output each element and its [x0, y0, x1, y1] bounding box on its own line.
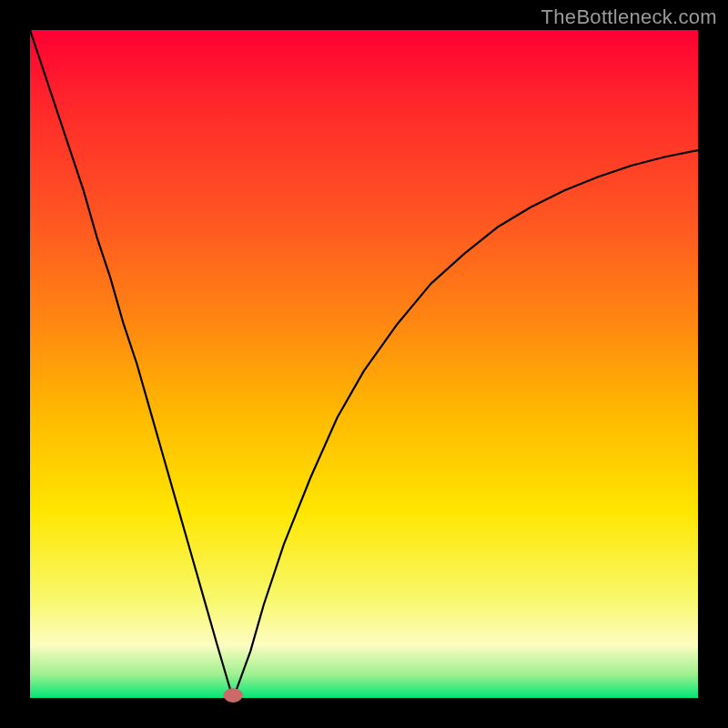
chart-frame: TheBottleneck.com — [0, 0, 728, 728]
chart-svg — [30, 30, 698, 698]
curve-line — [30, 30, 698, 695]
chart-plot-area — [30, 30, 698, 698]
watermark-text: TheBottleneck.com — [541, 5, 717, 29]
min-marker — [224, 689, 243, 703]
